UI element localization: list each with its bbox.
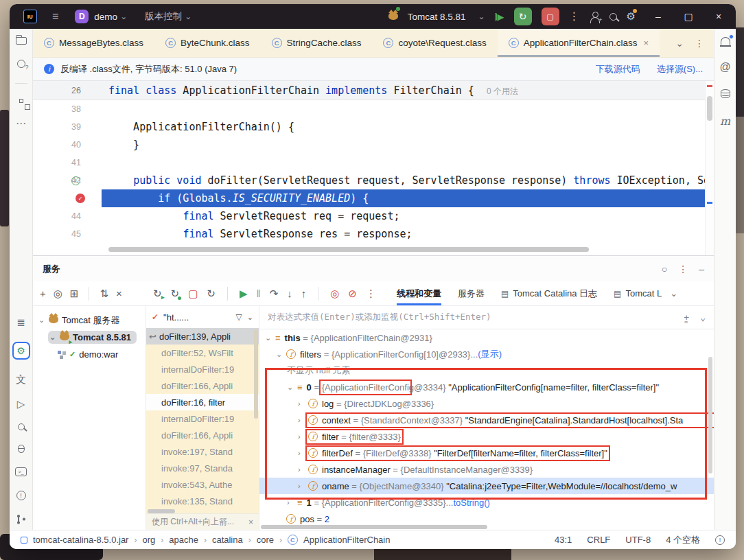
add-watch-icon[interactable]: +∞	[684, 312, 689, 323]
editor-tab[interactable]: CByteChunk.class	[154, 29, 261, 57]
variables-vscrollbar[interactable]	[708, 357, 712, 474]
variable-row[interactable]: ›flog = {DirectJDKLog@3336}	[259, 395, 714, 412]
editor-tab[interactable]: CStringCache.class	[261, 29, 373, 57]
eval-chevron-icon[interactable]: ⌄	[700, 312, 706, 323]
line-gutter[interactable]: 39	[33, 118, 102, 136]
frame-row[interactable]: invoke:543, Authe	[146, 476, 259, 493]
line-gutter[interactable]: 41	[33, 154, 102, 172]
variable-row[interactable]: ›fcontext = {StandardContext@3337} "Stan…	[259, 412, 714, 428]
editor-error-stripe[interactable]	[705, 81, 714, 255]
project-name[interactable]: demo	[94, 12, 117, 22]
frame-row[interactable]: invoke:197, Stand	[146, 443, 259, 460]
resume-icon[interactable]: ▶	[240, 288, 248, 299]
tabs-chevron-icon[interactable]: ⌄	[670, 288, 677, 299]
frames-chevron-icon[interactable]: ⌄	[247, 314, 253, 321]
tab-close-icon[interactable]: ×	[644, 38, 649, 48]
chevron-right-icon[interactable]: ›	[298, 416, 308, 424]
run-tool-icon[interactable]: ▷	[17, 399, 25, 409]
chevron-right-icon[interactable]: ›	[298, 482, 308, 490]
database-tool-icon[interactable]	[721, 89, 730, 98]
breadcrumb-item[interactable]: apache	[169, 535, 198, 545]
variable-row[interactable]: ›ffilterDef = {FilterDef@3338} "FilterDe…	[259, 445, 714, 461]
indent-style[interactable]: 4 个空格	[666, 534, 700, 546]
project-tool-icon[interactable]	[16, 37, 27, 45]
variable-row[interactable]: ›ffilter = {filter@3333}	[259, 428, 714, 445]
more-tools-icon[interactable]: ⋯	[16, 118, 26, 128]
stop-icon[interactable]: ▢	[188, 288, 198, 299]
variable-row[interactable]: ›foname = {ObjectName@3340} "Catalina:j2…	[259, 478, 714, 494]
chevron-down-icon[interactable]: ⌄	[265, 334, 275, 342]
panel-hide-icon[interactable]: –	[699, 264, 704, 275]
debugger-tab[interactable]: 线程和变量	[397, 281, 441, 305]
services-tool-icon[interactable]: ⚙	[12, 342, 30, 360]
frame-row[interactable]: internalDoFilter:19	[146, 410, 259, 427]
layers-icon[interactable]: ≣	[16, 317, 25, 327]
variable-row[interactable]: ⌄≡0 = {ApplicationFilterConfig@3334} "Ap…	[259, 379, 714, 395]
caret-position[interactable]: 43:1	[555, 535, 572, 545]
frames-vscrollbar[interactable]	[254, 329, 258, 419]
panel-options-icon[interactable]: ○	[662, 264, 667, 275]
debug-tool-icon[interactable]	[18, 445, 25, 453]
null-elements-hint[interactable]: 不显示 null 元素	[287, 364, 350, 377]
debugger-tab[interactable]: 服务器	[458, 281, 485, 305]
hint-close-icon[interactable]: ×	[248, 517, 253, 527]
variable-link[interactable]: (显示)	[478, 348, 502, 360]
chevron-down-icon[interactable]: ⌄	[38, 316, 45, 325]
chevron-down-icon[interactable]: ⌄	[287, 383, 297, 392]
frame-row[interactable]: doFilter:166, Appli	[146, 427, 259, 443]
terminal-tool-icon[interactable]: >_	[15, 467, 27, 476]
frame-row[interactable]: ↩doFilter:139, Appli	[146, 328, 259, 345]
tree-row[interactable]: ⌄Tomcat 服务器	[33, 312, 146, 329]
breadcrumb-item[interactable]: catalina	[212, 535, 243, 545]
line-gutter[interactable]: 38	[33, 100, 102, 118]
more-actions-icon[interactable]: ⋮	[569, 11, 580, 22]
view-breakpoints-icon[interactable]: ◎	[330, 288, 339, 299]
breadcrumb-module[interactable]: tomcat-catalina-8.5.0.jar	[33, 535, 128, 545]
variable-link[interactable]: toString()	[453, 498, 489, 508]
git-tool-icon[interactable]	[16, 515, 25, 524]
show-services-icon[interactable]: ◎	[54, 288, 62, 299]
frame-row[interactable]: invoke:135, Stand	[146, 493, 259, 509]
minimize-button[interactable]: –	[651, 11, 666, 22]
pause-icon[interactable]: ‖	[256, 288, 260, 299]
open-in-new-tab-icon[interactable]: ⊞	[70, 288, 79, 299]
close-button[interactable]: ×	[711, 11, 726, 22]
chevron-down-icon[interactable]: ⌄	[478, 12, 485, 21]
editor-tab[interactable]: CMessageBytes.class	[33, 29, 154, 57]
collapse-all-icon[interactable]: ×	[116, 288, 122, 299]
breadcrumb-class[interactable]: ApplicationFilterChain	[303, 535, 390, 545]
resume-program-icon[interactable]: ▶	[495, 12, 504, 22]
thread-filter[interactable]: "ht......	[163, 312, 189, 323]
line-gutter[interactable]: 45	[33, 225, 102, 243]
chevron-right-icon[interactable]: ›	[298, 399, 308, 408]
step-over-icon[interactable]: ↷	[270, 288, 279, 299]
debugger-tab[interactable]: ▤Tomcat Catalina 日志	[501, 281, 597, 305]
frame-row[interactable]: doFilter:52, WsFilt	[146, 345, 259, 361]
download-sources-link[interactable]: 下载源代码	[596, 63, 640, 75]
frame-row[interactable]: doFilter:166, Appli	[146, 377, 259, 394]
chevron-right-icon[interactable]: ›	[298, 432, 308, 441]
maven-tool-icon[interactable]: m	[720, 115, 730, 128]
toolbar-more-icon[interactable]: ⋮	[366, 288, 376, 299]
frames-filter-icon[interactable]: ▽	[236, 313, 242, 321]
tab-list-chevron-icon[interactable]: ⌄	[675, 38, 684, 49]
editor-hscrollbar[interactable]	[108, 247, 589, 252]
tree-row[interactable]: ⌄▸Tomcat 8.5.81	[33, 329, 146, 346]
expand-all-icon[interactable]: ⇅	[100, 288, 108, 299]
panel-more-icon[interactable]: ⋮	[678, 264, 688, 275]
stop-button[interactable]: ▢	[542, 8, 559, 25]
evaluate-expression-bar[interactable]: 对表达式求值(Enter)或添加监视(Ctrl+Shift+Enter) +∞ …	[259, 306, 714, 329]
main-menu-icon[interactable]: ≡	[52, 11, 58, 22]
frame-row[interactable]: invoke:97, Standa	[146, 460, 259, 476]
line-gutter[interactable]: ↑42	[33, 172, 102, 189]
line-separator[interactable]: CRLF	[587, 535, 610, 545]
settings-gear-icon[interactable]: ⚙	[627, 10, 636, 23]
refresh-icon[interactable]: ↻	[207, 288, 216, 299]
frame-row[interactable]: internalDoFilter:19	[146, 361, 259, 377]
editor-tab[interactable]: CApplicationFilterChain.class×	[498, 29, 660, 57]
rerun-icon[interactable]: ↻▸	[153, 288, 162, 299]
code-with-me-icon[interactable]: +	[590, 12, 600, 22]
choose-sources-link[interactable]: 选择源(S)...	[657, 63, 703, 75]
file-encoding[interactable]: UTF-8	[625, 535, 651, 545]
chevron-right-icon[interactable]: ›	[298, 465, 308, 474]
